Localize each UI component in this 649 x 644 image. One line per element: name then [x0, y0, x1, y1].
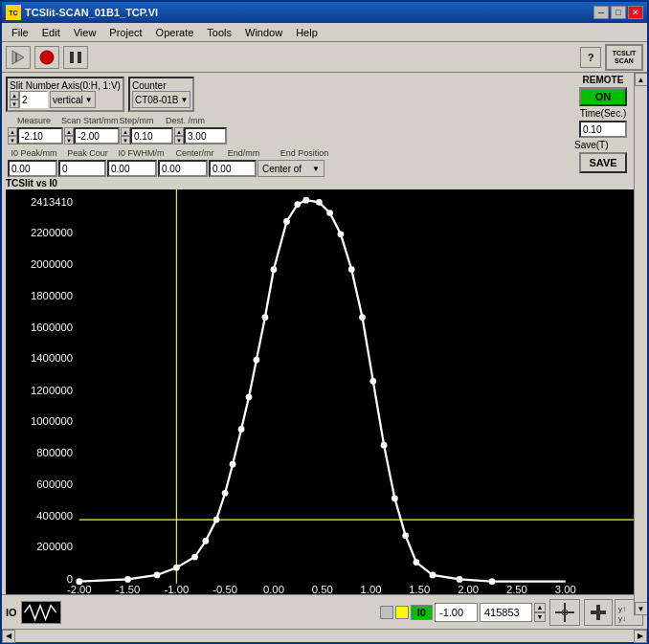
peak-count-value[interactable]: 0 [58, 160, 106, 177]
controls-row1: Slit Number Axis(0:H, 1:V) ▲ ▼ 2 vert [6, 77, 643, 112]
bottom-color-swatch-gray [380, 606, 393, 619]
slit-number-input[interactable]: 2 [19, 91, 48, 108]
scan-start-label-col: Scan Start/mm [61, 114, 114, 125]
pause-button[interactable] [63, 46, 88, 69]
zoom-icon-1[interactable] [584, 599, 613, 626]
content-area: Slit Number Axis(0:H, 1:V) ▲ ▼ 2 vert [2, 73, 647, 629]
svg-point-47 [316, 199, 323, 206]
end-value[interactable]: 0.00 [209, 160, 257, 177]
step-spin-down[interactable]: ▼ [121, 136, 130, 144]
run-button[interactable] [6, 46, 31, 69]
menu-operate[interactable]: Operate [150, 25, 200, 40]
bottom-spin-down[interactable]: ▼ [534, 612, 546, 622]
svg-text:0: 0 [67, 573, 73, 585]
step-input[interactable]: 0.10 [130, 127, 173, 144]
end-pos-dropdown[interactable]: Center of ▼ [257, 160, 324, 177]
slit-inputs: ▲ ▼ 2 vertical ▼ [10, 91, 121, 108]
dest-input[interactable]: 3.00 [184, 127, 227, 144]
svg-point-41 [253, 357, 259, 364]
svg-point-52 [369, 378, 376, 385]
scroll-up-arrow[interactable]: ▲ [635, 73, 648, 86]
menu-file[interactable]: File [6, 25, 34, 40]
svg-text:-1.50: -1.50 [116, 584, 141, 594]
slit-spin-arrows: ▲ ▼ [10, 91, 19, 108]
dest-spin-down[interactable]: ▼ [174, 136, 184, 144]
scan-start-mm-spin-down[interactable]: ▼ [64, 136, 74, 144]
controls-top: Slit Number Axis(0:H, 1:V) ▲ ▼ 2 vert [2, 73, 647, 177]
peak-count-label: Peak Cour [67, 148, 108, 158]
slit-spin-down[interactable]: ▼ [10, 100, 19, 108]
controls-row3-values: 0.00 0 0.00 0.00 0.00 Center of ▼ [8, 160, 643, 177]
bottom-position-value[interactable]: -1.00 [435, 603, 478, 622]
counter-label: Counter [132, 80, 191, 91]
svg-rect-3 [70, 52, 74, 63]
bottom-bar: IO I0 -1.00 415853 ▲ ▼ [2, 594, 647, 629]
svg-point-40 [246, 394, 253, 401]
step-label-col: Step/mm [115, 114, 158, 125]
scroll-track[interactable] [636, 86, 647, 602]
center-label: Center/mr [175, 148, 213, 158]
svg-text:-0.50: -0.50 [213, 584, 237, 594]
help-button[interactable]: ? [580, 47, 601, 68]
hscroll-right-arrow[interactable]: ▶ [634, 630, 647, 643]
scan-start-spin-down[interactable]: ▼ [8, 136, 17, 144]
slit-spin-up[interactable]: ▲ [10, 91, 19, 100]
tcslit-badge: TCSLIT SCAN [605, 44, 643, 71]
window-icon: TC [6, 5, 21, 20]
bottom-center-group: I0 -1.00 415853 ▲ ▼ [380, 603, 546, 622]
axis-dropdown[interactable]: vertical ▼ [50, 91, 96, 108]
menu-tools[interactable]: Tools [201, 25, 237, 40]
scan-start-input[interactable]: -2.10 [17, 127, 63, 144]
end-label: End/mm [228, 148, 260, 158]
axis-label: Axis(0:H, 1:V) [61, 80, 121, 91]
end-pos-dropdown-arrow: ▼ [312, 165, 320, 173]
menu-window[interactable]: Window [239, 25, 288, 40]
io-peak-value[interactable]: 0.00 [8, 160, 57, 177]
step-spin-up[interactable]: ▲ [121, 127, 130, 136]
controls-row2-labels: Measure Scan Start/mm Step/mm Dest. /mm [8, 114, 643, 125]
svg-marker-0 [12, 51, 24, 64]
menu-help[interactable]: Help [290, 25, 324, 40]
svg-point-49 [338, 231, 345, 237]
svg-point-44 [283, 218, 290, 225]
dest-spin-up[interactable]: ▲ [174, 127, 184, 136]
hscroll-track[interactable] [15, 631, 634, 642]
crosshair-button[interactable] [549, 599, 580, 626]
svg-rect-64 [596, 605, 600, 620]
scroll-down-arrow[interactable]: ▼ [635, 602, 648, 615]
hscroll-left-arrow[interactable]: ◀ [2, 630, 15, 643]
data-point [76, 578, 82, 585]
io-fwhm-value[interactable]: 0.00 [107, 160, 157, 177]
menu-project[interactable]: Project [103, 25, 147, 40]
svg-point-46 [302, 197, 309, 204]
svg-text:2.50: 2.50 [506, 584, 527, 594]
slit-number-label: Slit Number [10, 80, 59, 91]
minimize-button[interactable]: ─ [593, 6, 609, 19]
menu-view[interactable]: View [68, 25, 102, 40]
scan-start-mm-spin-up[interactable]: ▲ [64, 127, 74, 136]
on-button[interactable]: ON [579, 87, 627, 106]
dest-spin: ▲ ▼ [174, 127, 184, 144]
stop-button[interactable] [34, 46, 59, 69]
center-value[interactable]: 0.00 [158, 160, 208, 177]
svg-point-35 [202, 538, 209, 544]
badge-line1: TCSLIT [613, 50, 637, 57]
svg-rect-4 [78, 52, 81, 63]
counter-dropdown[interactable]: CT08-01B ▼ [132, 91, 191, 108]
maximize-button[interactable]: □ [611, 6, 626, 19]
chart-container[interactable]: 2413410 2200000 2000000 1800000 1600000 … [6, 189, 643, 594]
scan-start-mm-input[interactable]: -2.00 [74, 127, 120, 144]
time-input[interactable]: 0.10 [579, 121, 627, 138]
remote-label: REMOTE [574, 75, 632, 85]
scan-start-spin-up[interactable]: ▲ [8, 127, 17, 136]
menu-edit[interactable]: Edit [36, 25, 66, 40]
step-spingroup: ▲ ▼ 0.10 [121, 127, 173, 144]
badge-line2: SCAN [615, 57, 634, 65]
close-button[interactable]: ✕ [628, 6, 643, 19]
bottom-spin-up[interactable]: ▲ [534, 603, 546, 612]
scan-start-mm-spingroup: ▲ ▼ -2.00 [64, 127, 120, 144]
bottom-color-swatch-yellow [395, 606, 409, 619]
bottom-spin-arrows: ▲ ▼ [534, 603, 546, 622]
bottom-count-value[interactable]: 415853 [480, 603, 532, 622]
save-button[interactable]: SAVE [579, 152, 627, 173]
